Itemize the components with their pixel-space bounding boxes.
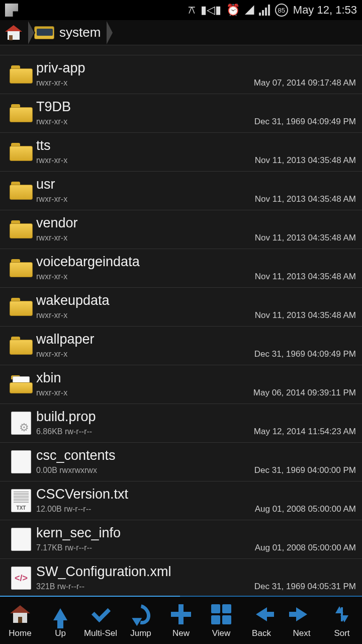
- file-name: xbin: [36, 371, 356, 386]
- arrow-right-icon: [296, 607, 307, 621]
- folder-icon: [10, 182, 33, 200]
- file-name: build.prop: [36, 410, 356, 425]
- plus-icon: [171, 604, 191, 624]
- file-date: May 07, 2014 09:17:48 AM: [254, 78, 356, 88]
- sort-icon: [334, 604, 349, 624]
- list-item[interactable]: usrrwxr-xr-xNov 11, 2013 04:35:48 AM: [0, 172, 362, 210]
- file-permissions: rwxr-xr-x: [36, 388, 67, 397]
- new-button[interactable]: New: [161, 597, 201, 644]
- file-permissions: rwxr-xr-x: [36, 117, 67, 126]
- file-permissions: rwxr-xr-x: [36, 350, 67, 359]
- view-button[interactable]: View: [201, 597, 241, 644]
- toolbar-label: Back: [252, 628, 271, 638]
- file-name: tts: [36, 138, 356, 153]
- file-permissions: 0.00B rwxrwxrwx: [36, 466, 97, 475]
- sort-button[interactable]: Sort: [322, 597, 362, 644]
- file-permissions: rwxr-xr-x: [36, 311, 67, 320]
- arrow-up-icon: [53, 608, 67, 620]
- toolbar-label: Up: [55, 628, 66, 638]
- jump-button[interactable]: Jump: [121, 597, 161, 644]
- file-date: Aug 01, 2008 05:00:00 AM: [255, 504, 356, 514]
- text-file-icon: [11, 489, 31, 512]
- toolbar-label: Next: [293, 628, 311, 638]
- folder-icon: [10, 259, 33, 277]
- up-button[interactable]: Up: [40, 597, 80, 644]
- file-name: SW_Configuration.xml: [36, 565, 356, 580]
- check-icon: [90, 607, 111, 622]
- breadcrumb-current[interactable]: system: [29, 21, 108, 44]
- toolbar-label: Multi-Sel: [84, 628, 117, 638]
- folder-icon: [10, 220, 33, 238]
- list-item[interactable]: SW_Configuration.xml321B rw-r--r--Dec 31…: [0, 559, 362, 596]
- battery-icon: 85: [275, 4, 288, 17]
- xml-file-icon: [11, 567, 31, 590]
- file-permissions: rwxr-xr-x: [36, 156, 67, 165]
- file-name: voicebargeindata: [36, 255, 356, 270]
- toolbar-label: Home: [9, 628, 31, 638]
- file-permissions: rwxr-xr-x: [36, 195, 67, 204]
- next-button[interactable]: Next: [282, 597, 322, 644]
- bottom-toolbar: Home Up Multi-Sel Jump New View Back Nex…: [0, 596, 362, 644]
- home-button[interactable]: Home: [0, 597, 40, 644]
- file-date: Dec 31, 1969 04:09:49 PM: [254, 117, 356, 127]
- back-button[interactable]: Back: [241, 597, 282, 644]
- file-name: kern_sec_info: [36, 526, 356, 541]
- file-name: priv-app: [36, 61, 356, 76]
- list-item[interactable]: wakeupdatarwxr-xr-xNov 11, 2013 04:35:48…: [0, 288, 362, 327]
- multi-select-button[interactable]: Multi-Sel: [80, 597, 121, 644]
- file-date: Dec 31, 1969 04:00:00 PM: [254, 465, 356, 475]
- folder-icon: [10, 104, 33, 122]
- settings-file-icon: [11, 412, 31, 435]
- folder-icon: [10, 298, 33, 316]
- file-date: Nov 11, 2013 04:35:48 AM: [255, 272, 356, 282]
- file-date: Nov 11, 2013 04:35:48 AM: [255, 310, 356, 320]
- list-item[interactable]: ttsrwxr-xr-xNov 11, 2013 04:35:48 AM: [0, 133, 362, 172]
- breadcrumb-home[interactable]: [0, 21, 29, 44]
- file-date: Nov 11, 2013 04:35:48 AM: [255, 155, 356, 166]
- file-name: vendor: [36, 216, 356, 231]
- file-date: Dec 31, 1969 04:05:31 PM: [254, 582, 356, 592]
- drive-icon: [34, 26, 54, 39]
- list-item[interactable]: T9DBrwxr-xr-xDec 31, 1969 04:09:49 PM: [0, 94, 362, 133]
- file-name: T9DB: [36, 100, 356, 115]
- file-permissions: rwxr-xr-x: [36, 233, 67, 243]
- list-item[interactable]: kern_sec_info7.17KB rw-r--r--Aug 01, 200…: [0, 520, 362, 559]
- file-permissions: 12.00B rw-r--r--: [36, 505, 91, 514]
- file-date: Nov 11, 2013 04:35:48 AM: [255, 194, 356, 204]
- status-clock: May 12, 1:53: [293, 4, 357, 17]
- toolbar-label: Jump: [130, 628, 151, 638]
- bluetooth-icon: ⚻: [188, 4, 196, 17]
- file-date: May 06, 2014 09:39:11 PM: [253, 388, 356, 398]
- file-date: May 12, 2014 11:54:23 AM: [254, 427, 356, 437]
- list-item[interactable]: build.prop6.86KB rw-r--r--May 12, 2014 1…: [0, 404, 362, 443]
- file-permissions: 321B rw-r--r--: [36, 582, 84, 591]
- wifi-icon: ◢: [245, 2, 254, 16]
- battery-level: 85: [278, 7, 285, 14]
- folder-icon: [10, 65, 33, 84]
- list-item[interactable]: [0, 45, 362, 55]
- file-name: CSCVersion.txt: [36, 487, 356, 502]
- list-item[interactable]: xbinrwxr-xr-xMay 06, 2014 09:39:11 PM: [0, 365, 362, 404]
- toolbar-label: View: [212, 628, 231, 638]
- jump-icon: [127, 600, 154, 628]
- file-date: Nov 11, 2013 04:35:48 AM: [255, 233, 356, 243]
- file-permissions: rwxr-xr-x: [36, 272, 67, 281]
- breadcrumb: system: [0, 20, 362, 45]
- list-item[interactable]: csc_contents0.00B rwxrwxrwxDec 31, 1969 …: [0, 443, 362, 481]
- notification-icon: [5, 4, 18, 17]
- folder-icon: [10, 143, 33, 161]
- list-item[interactable]: priv-apprwxr-xr-xMay 07, 2014 09:17:48 A…: [0, 55, 362, 94]
- file-list[interactable]: priv-apprwxr-xr-xMay 07, 2014 09:17:48 A…: [0, 45, 362, 596]
- list-item[interactable]: CSCVersion.txt12.00B rw-r--r--Aug 01, 20…: [0, 481, 362, 520]
- list-item[interactable]: voicebargeindatarwxr-xr-xNov 11, 2013 04…: [0, 249, 362, 288]
- list-item[interactable]: wallpaperrwxr-xr-xDec 31, 1969 04:09:49 …: [0, 327, 362, 365]
- file-permissions: 6.86KB rw-r--r--: [36, 427, 92, 436]
- vibrate-icon: ▮◁▮: [201, 4, 221, 17]
- file-name: csc_contents: [36, 448, 356, 463]
- folder-icon: [10, 375, 33, 393]
- file-icon: [11, 528, 31, 551]
- home-icon: [5, 25, 22, 40]
- grid-icon: [211, 604, 231, 624]
- list-item[interactable]: vendorrwxr-xr-xNov 11, 2013 04:35:48 AM: [0, 210, 362, 249]
- alarm-icon: ⏰: [226, 4, 240, 17]
